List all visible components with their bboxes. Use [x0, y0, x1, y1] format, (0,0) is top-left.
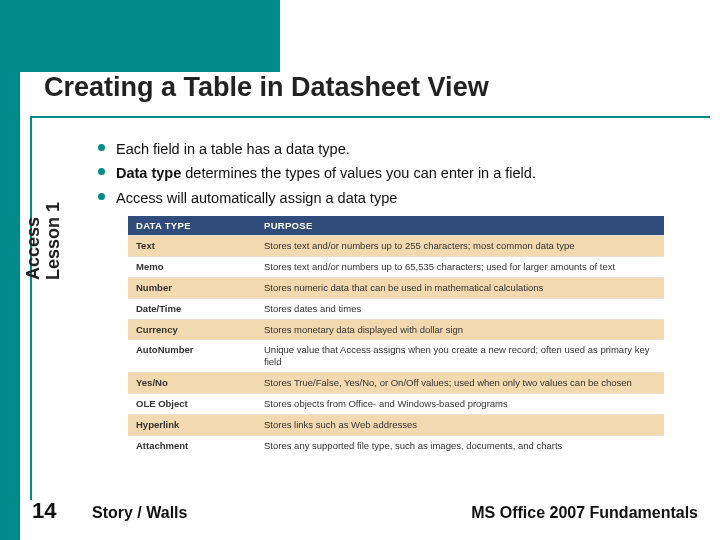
cell-purpose: Unique value that Access assigns when yo… — [256, 340, 664, 373]
table-row: CurrencyStores monetary data displayed w… — [128, 319, 664, 340]
cell-datatype: Text — [128, 236, 256, 257]
table-row: OLE ObjectStores objects from Office- an… — [128, 394, 664, 415]
cell-datatype: Currency — [128, 319, 256, 340]
table-row: TextStores text and/or numbers up to 255… — [128, 236, 664, 257]
table-row: NumberStores numeric data that can be us… — [128, 277, 664, 298]
cell-datatype: Memo — [128, 256, 256, 277]
sidebar-line2: Lesson 1 — [43, 202, 63, 280]
table-row: AutoNumberUnique value that Access assig… — [128, 340, 664, 373]
table-row: Date/TimeStores dates and times — [128, 298, 664, 319]
cell-datatype: AutoNumber — [128, 340, 256, 373]
cell-datatype: OLE Object — [128, 394, 256, 415]
cell-purpose: Stores True/False, Yes/No, or On/Off val… — [256, 373, 664, 394]
accent-top-bar — [0, 0, 280, 72]
bullet-item: Data type determines the types of values… — [98, 162, 698, 184]
cell-purpose: Stores text and/or numbers up to 255 cha… — [256, 236, 664, 257]
page-title: Creating a Table in Datasheet View — [44, 72, 704, 103]
sidebar-label: Access Lesson 1 — [24, 120, 64, 280]
table-row: HyperlinkStores links such as Web addres… — [128, 414, 664, 435]
cell-datatype: Hyperlink — [128, 414, 256, 435]
bullet-bold: Data type — [116, 165, 181, 181]
cell-datatype: Attachment — [128, 435, 256, 455]
cell-datatype: Yes/No — [128, 373, 256, 394]
slide-number: 14 — [32, 498, 56, 524]
sidebar-line1: Access — [23, 217, 43, 280]
cell-purpose: Stores links such as Web addresses — [256, 414, 664, 435]
cell-datatype: Date/Time — [128, 298, 256, 319]
table-row: MemoStores text and/or numbers up to 65,… — [128, 256, 664, 277]
cell-datatype: Number — [128, 277, 256, 298]
cell-purpose: Stores objects from Office- and Windows-… — [256, 394, 664, 415]
col-header-datatype: DATA TYPE — [128, 216, 256, 236]
data-type-table: DATA TYPE PURPOSE TextStores text and/or… — [128, 216, 664, 456]
slide: Creating a Table in Datasheet View Each … — [0, 0, 720, 540]
table-row: AttachmentStores any supported file type… — [128, 435, 664, 455]
cell-purpose: Stores numeric data that can be used in … — [256, 277, 664, 298]
col-header-purpose: PURPOSE — [256, 216, 664, 236]
footer-course: MS Office 2007 Fundamentals — [471, 504, 698, 522]
bullet-item: Each field in a table has a data type. — [98, 138, 698, 160]
accent-bracket-top — [30, 116, 710, 140]
bullet-text: determines the types of values you can e… — [181, 165, 536, 181]
accent-left-bar — [0, 0, 20, 540]
bullet-item: Access will automatically assign a data … — [98, 187, 698, 209]
bullet-text: Access will automatically assign a data … — [116, 190, 397, 206]
bullet-list: Each field in a table has a data type. D… — [98, 138, 698, 211]
cell-purpose: Stores monetary data displayed with doll… — [256, 319, 664, 340]
table-header-row: DATA TYPE PURPOSE — [128, 216, 664, 236]
footer-author: Story / Walls — [92, 504, 187, 522]
table-row: Yes/NoStores True/False, Yes/No, or On/O… — [128, 373, 664, 394]
cell-purpose: Stores text and/or numbers up to 65,535 … — [256, 256, 664, 277]
cell-purpose: Stores dates and times — [256, 298, 664, 319]
bullet-text: Each field in a table has a data type. — [116, 141, 350, 157]
cell-purpose: Stores any supported file type, such as … — [256, 435, 664, 455]
